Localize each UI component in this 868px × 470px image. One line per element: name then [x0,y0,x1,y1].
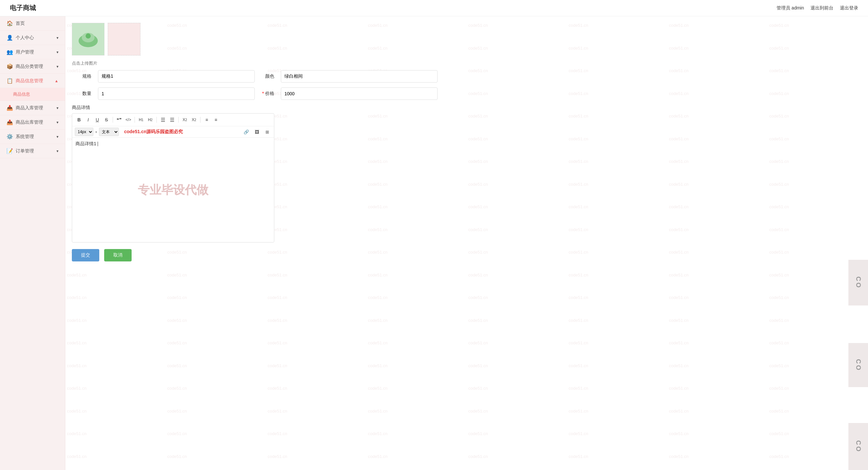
price-input[interactable] [281,88,438,100]
watermark-cell: code51.cn [65,447,165,470]
watermark-cell: code51.cn [266,447,366,470]
layout: 🏠 首页 👤 个人中心 ▾ 👥 用户管理 ▾ 📦 商品分类管理 ▾ 📋 商品信息… [0,16,868,470]
sidebar-item-user-mgmt[interactable]: 👥 用户管理 ▾ [0,45,65,59]
upload-label: 点击上传图片 [72,60,862,66]
sidebar-item-goods-category[interactable]: 📦 商品分类管理 ▾ [0,59,65,74]
watermark-cell: code51.cn [266,402,366,425]
ordered-list-button[interactable]: ☰ [159,115,167,124]
watermark-cell: code51.cn [668,357,768,379]
product-image-2[interactable] [108,23,141,56]
spec-label: 规格 [72,73,91,79]
product-image-1[interactable] [72,23,104,56]
watermark-cell: code51.cn [768,402,868,425]
font-size-arrow: ▾ [95,130,97,134]
sidebar-item-goods-in[interactable]: 📥 商品入库管理 ▾ [0,101,65,115]
watermark-cell: code51.cn [65,357,165,379]
watermark-cell: code51.cn [567,447,667,470]
link-button[interactable]: 🔗 [242,128,250,136]
watermark-cell: code51.cn [567,289,667,311]
watermark-cell: code51.cn [266,311,366,334]
system-icon: ⚙️ [6,134,13,140]
spec-input[interactable] [98,70,255,82]
editor-text: 商品详情1 [75,141,96,146]
watermark-cell: code51.cn [65,289,165,311]
logo: 电子商城 [10,4,36,12]
toolbar-sep-3 [156,117,157,123]
sidebar-item-goods-info[interactable]: 📋 商品信息管理 ▲ [0,74,65,88]
co-badge-1: CO [848,260,868,305]
watermark-cell: code51.cn [467,334,567,357]
watermark-cell: code51.cn [467,379,567,402]
editor-content-area[interactable]: 商品详情1 专业毕设代做 [72,138,274,242]
back-link[interactable]: 退出到前台 [810,5,833,11]
qty-label: 数量 [72,91,91,97]
sidebar-item-home[interactable]: 🏠 首页 [0,16,65,31]
sidebar-label-system: 系统管理 [16,134,34,140]
co-badge-2: CO [848,343,868,387]
watermark-cell: code51.cn [165,447,266,470]
image-button[interactable]: 🖼 [252,128,261,136]
goods-info-arrow: ▲ [55,79,58,83]
strikethrough-button[interactable]: S [102,115,111,124]
required-mark: * [262,91,265,96]
bold-button[interactable]: B [75,115,83,124]
admin-label: 管理员 admin [777,5,804,11]
logout-link[interactable]: 退出登录 [840,5,858,11]
sidebar-item-system[interactable]: ⚙️ 系统管理 ▾ [0,130,65,144]
sidebar-sub-item-goods-info[interactable]: 商品信息 [0,88,65,101]
big-watermark: 专业毕设代做 [138,182,208,198]
watermark-cell: code51.cn [65,334,165,357]
sidebar-label-user-mgmt: 用户管理 [16,49,34,55]
subscript-button[interactable]: X2 [181,115,189,124]
sidebar-item-order[interactable]: 📝 订单管理 ▾ [0,144,65,158]
toolbar-watermark: code51.cn源码乐园盗图必究 [124,129,183,135]
align-left-button[interactable]: ≡ [203,115,211,124]
watermark-cell: code51.cn [467,311,567,334]
goods-out-icon: 📤 [6,119,13,125]
watermark-cell: code51.cn [668,266,768,289]
editor-cursor [98,142,98,146]
watermark-cell: code51.cn [165,379,266,402]
watermark-cell: code51.cn [567,334,667,357]
form-row-spec-color: 规格 颜色 [72,70,862,82]
underline-button[interactable]: U [93,115,101,124]
watermark-cell: code51.cn [567,311,667,334]
sidebar-item-goods-out[interactable]: 📤 商品出库管理 ▾ [0,115,65,130]
watermark-cell: code51.cn [668,425,768,447]
watermark-cell: code51.cn [366,357,467,379]
color-input[interactable] [281,70,438,82]
font-format-select[interactable]: 文本 标题1 标题2 [99,128,119,136]
toolbar-sep-1 [113,117,113,123]
sidebar-item-profile[interactable]: 👤 个人中心 ▾ [0,31,65,45]
watermark-cell: code51.cn [266,266,366,289]
align-right-button[interactable]: ≡ [212,115,220,124]
superscript-button[interactable]: X2 [190,115,198,124]
code-button[interactable]: </> [124,115,132,124]
table-button[interactable]: ⊞ [263,128,271,136]
watermark-cell: code51.cn [567,425,667,447]
user-icon: 👥 [6,49,13,55]
watermark-cell: code51.cn [467,357,567,379]
sidebar-label-goods-in: 商品入库管理 [16,105,43,111]
watermark-cell: code51.cn [467,447,567,470]
font-size-select[interactable]: 14px 12px 16px 18px 24px [75,128,93,136]
profile-icon: 👤 [6,35,13,41]
submit-button[interactable]: 提交 [72,249,99,262]
watermark-cell: code51.cn [567,402,667,425]
italic-button[interactable]: I [84,115,92,124]
qty-input[interactable] [98,88,255,100]
watermark-cell: code51.cn [65,311,165,334]
h1-button[interactable]: H1 [137,115,145,124]
watermark-cell: code51.cn [668,289,768,311]
watermark-cell: code51.cn [366,311,467,334]
watermark-cell: code51.cn [668,334,768,357]
h2-button[interactable]: H2 [146,115,154,124]
watermark-cell: code51.cn [567,379,667,402]
cancel-button[interactable]: 取消 [104,249,132,262]
blockquote-button[interactable]: ❝❞ [115,115,123,124]
watermark-cell: code51.cn [165,402,266,425]
order-icon: 📝 [6,148,13,154]
watermark-cell: code51.cn [668,379,768,402]
unordered-list-button[interactable]: ☰ [168,115,176,124]
rich-text-editor: B I U S ❝❞ </> H1 H2 ☰ ☰ X2 X2 [72,113,274,242]
